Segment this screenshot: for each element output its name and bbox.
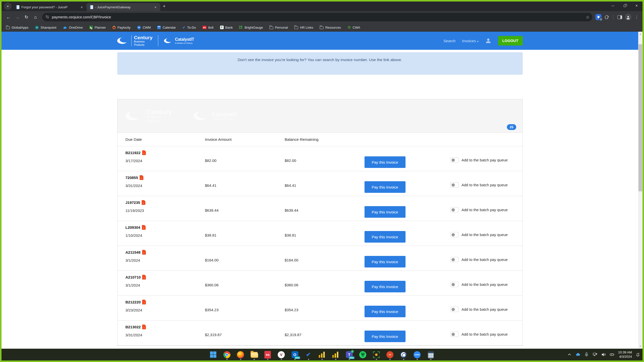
profile-avatar[interactable] [625, 14, 631, 20]
batch-pay-toggle[interactable] [451, 232, 459, 237]
scroll-up-arrow-icon[interactable]: ▲ [638, 33, 642, 35]
bookmark-sharepoint[interactable]: sSharepoint [35, 26, 56, 29]
bookmark-globalapps[interactable]: GlobalApps [6, 26, 28, 29]
capture-tool-icon[interactable] [373, 349, 380, 360]
restore-button[interactable] [619, 2, 631, 10]
calculator-icon[interactable] [427, 349, 434, 360]
pay-this-invoice-button[interactable]: Pay this Invoice [365, 281, 406, 292]
network-display-icon[interactable] [592, 352, 598, 357]
batch-pay-label: Add to the batch pay queue [462, 183, 508, 187]
file-explorer-icon[interactable] [250, 349, 258, 360]
back-button[interactable]: ← [5, 13, 12, 21]
bookmark-resources[interactable]: Resources [320, 26, 341, 29]
side-panel-icon[interactable] [616, 13, 623, 21]
tab-close-icon[interactable]: × [153, 5, 158, 9]
batch-pay-toggle[interactable] [451, 207, 459, 212]
download-invoice-icon[interactable] [142, 325, 146, 329]
pay-this-invoice-button[interactable]: Pay this Invoice [365, 156, 406, 168]
download-invoice-icon[interactable] [142, 250, 146, 255]
pay-this-invoice-button[interactable]: Pay this Invoice [365, 181, 406, 193]
bookmark-cwm[interactable]: ◆CWM [137, 26, 151, 29]
download-invoice-icon[interactable] [142, 300, 146, 304]
firefox-icon[interactable] [237, 349, 244, 360]
powerbi-desktop-icon[interactable] [332, 349, 339, 360]
site-settings-icon[interactable] [45, 15, 49, 20]
speaker-icon[interactable] [601, 352, 606, 357]
batch-pay-toggle[interactable] [451, 257, 459, 262]
download-invoice-icon[interactable] [142, 275, 146, 280]
info-banner: Don't see the invoice you're looking for… [117, 52, 523, 75]
due-date-cell: B213022 3/31/2024 [126, 321, 205, 345]
bookmark-calendar[interactable]: Calendar [157, 26, 176, 29]
batch-pay-toggle[interactable] [451, 157, 459, 163]
vpn-app-icon[interactable] [400, 349, 407, 360]
browser-tab-password[interactable]: Forgot your password? - JuiceP × [13, 3, 87, 11]
new-tab-button[interactable]: + [163, 4, 166, 9]
tab-search-button[interactable]: ▾ [4, 3, 12, 10]
todo-app-icon[interactable]: ✔ [305, 349, 312, 360]
extensions-puzzle-icon[interactable] [603, 13, 611, 21]
pay-this-invoice-button[interactable]: Pay this Invoice [365, 331, 406, 342]
bookmark-bank[interactable]: PBank [220, 26, 233, 29]
start-button[interactable] [210, 349, 217, 360]
nav-search-link[interactable]: Search [444, 39, 456, 43]
notification-bell-dnd-icon[interactable]: z [635, 352, 640, 357]
download-invoice-icon[interactable] [142, 150, 146, 155]
bookmark-brightgauge[interactable]: BrightGauge [239, 26, 263, 29]
batch-pay-toggle[interactable] [451, 307, 459, 312]
outlook-icon[interactable]: ONEW [291, 349, 299, 360]
browser-menu-icon[interactable]: ⋮ [633, 13, 640, 21]
ea-app-icon[interactable]: ea [264, 349, 271, 360]
pay-this-invoice-button[interactable]: Pay this Invoice [365, 206, 406, 218]
balance-remaining: $639.44 [285, 196, 365, 221]
minimize-button[interactable] [607, 2, 619, 10]
bookmark-todo[interactable]: ✔To-Do [182, 25, 196, 29]
download-invoice-icon[interactable] [142, 200, 145, 205]
spotify-icon[interactable] [359, 349, 367, 360]
batch-pay-toggle[interactable] [451, 332, 459, 337]
bookmark-paylocity[interactable]: Paylocity [112, 26, 131, 29]
teams-icon[interactable]: TNEW✓ [345, 349, 353, 360]
reload-button[interactable]: ↻ [23, 13, 30, 21]
bookmark-cwa[interactable]: ⚙CWA [347, 25, 360, 30]
scrollbar-thumb[interactable] [638, 44, 642, 191]
batch-pay-toggle[interactable] [451, 282, 459, 287]
close-button[interactable]: × [631, 2, 642, 10]
table-header-row: Due Date Invoice Amount Balance Remainin… [117, 133, 522, 146]
download-invoice-icon[interactable] [142, 225, 146, 230]
invoice-row: A210710 3/1/2024 $360.06 $360.06 Pay thi… [117, 271, 522, 296]
chrome-icon[interactable] [223, 349, 231, 360]
taskbar-clock[interactable]: 10:39 AM 4/3/2024 [618, 350, 632, 359]
folder-icon [269, 26, 273, 29]
tab-close-icon[interactable]: × [79, 5, 84, 9]
hidden-icons-chevron[interactable] [567, 352, 572, 357]
bookmark-planner[interactable]: Planner [89, 26, 106, 29]
pay-this-invoice-button[interactable]: Pay this Invoice [365, 256, 406, 267]
browser-tab-payment-gateway[interactable]: - JuicePaymentGateway × [87, 3, 160, 11]
onedrive-tray-icon[interactable] [575, 352, 581, 357]
home-button[interactable]: ⌂ [32, 13, 39, 21]
logout-button[interactable]: LOGOUT [498, 36, 523, 46]
powerbi-icon[interactable] [318, 349, 326, 360]
microphone-icon[interactable] [584, 352, 589, 357]
bookmark-personal[interactable]: Personal [269, 26, 288, 29]
remote-app-icon[interactable]: >< [386, 349, 394, 360]
scroll-down-arrow-icon[interactable]: ▼ [638, 345, 642, 347]
bookmark-8x8[interactable]: 8x88x8 [203, 26, 214, 29]
user-profile-icon[interactable] [485, 37, 492, 44]
forward-button[interactable]: → [14, 13, 21, 21]
pay-this-invoice-button[interactable]: Pay this Invoice [365, 231, 406, 243]
bookmark-onedrive[interactable]: OneDrive [63, 26, 83, 29]
nav-invoices-dropdown[interactable]: Invoices▾ [462, 39, 478, 43]
bookmark-hr-links[interactable]: HR Links [294, 26, 313, 29]
zoom-icon[interactable]: zoom [413, 349, 421, 360]
password-manager-extension-icon[interactable]: 3 [595, 14, 601, 20]
download-invoice-icon[interactable] [140, 175, 143, 180]
batch-pay-toggle[interactable] [451, 182, 459, 188]
battery-icon[interactable] [610, 352, 615, 357]
address-bar[interactable]: payments.ceojuice.com/CBP/Invoice ☆ [42, 13, 592, 21]
bookmark-star-icon[interactable]: ☆ [586, 15, 589, 20]
page-scrollbar[interactable]: ▲ ▼ [638, 32, 642, 349]
paylocity-app-icon[interactable]: V [277, 349, 285, 360]
pay-this-invoice-button[interactable]: Pay this Invoice [365, 306, 406, 317]
